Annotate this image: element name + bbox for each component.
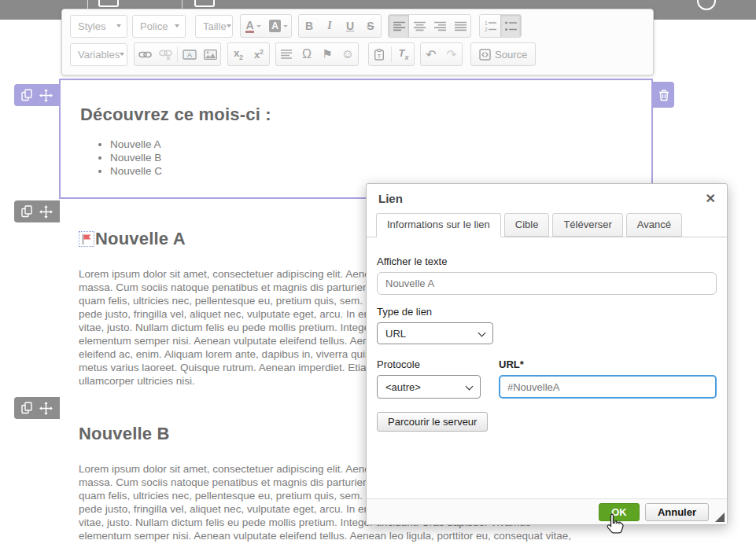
paste-text-button[interactable]: T [369,43,389,65]
svg-text:T: T [378,53,382,60]
copy-icon[interactable] [21,89,33,101]
subscript-button[interactable]: x2 [228,43,249,65]
dialog-resize-handle[interactable] [715,513,725,522]
copy-icon[interactable] [21,402,33,414]
bold-icon: B [305,20,313,32]
dialog-tabs: Informations sur le lien Cible Téléverse… [367,211,727,237]
chevron-down-icon [116,24,121,28]
align-center-icon [414,21,426,31]
news-list: Nouvelle A Nouvelle B Nouvelle C [110,138,651,178]
widget-handle[interactable] [14,397,60,419]
group-divider [177,46,178,62]
chevron-down-icon [283,25,288,28]
toolbar-row-1: Styles Police Taille A A B I U S [62,13,653,39]
boxed-a-icon: A [183,50,197,60]
tab-target[interactable]: Cible [504,213,550,237]
tab-upload[interactable]: Téléverser [552,213,622,237]
bold-button[interactable]: B [299,15,319,37]
paste-group: T Tx [368,42,415,66]
subscript-icon: x2 [234,47,243,61]
superscript-icon: x2 [254,48,264,61]
text-color-button[interactable]: A [241,15,266,37]
align-justify-button[interactable] [450,15,470,37]
svg-text:1: 1 [485,21,488,26]
special-char-button[interactable]: Ω [297,43,317,65]
redo-button[interactable]: ↷ [441,43,462,65]
underline-icon: U [346,20,354,32]
variables-combo[interactable]: Variables [70,43,127,66]
link-type-select[interactable]: URL [377,322,493,344]
toolbar-row-2: Variables A x2 x2 [62,41,653,68]
tab-advanced[interactable]: Avancé [626,213,682,237]
underline-button[interactable]: U [340,15,360,37]
chevron-down-icon [227,24,231,28]
link-icon [138,50,152,59]
close-icon[interactable]: ✕ [706,191,716,206]
smiley-icon: ☺ [341,47,354,61]
basicstyles-group: B I U S [298,14,382,38]
superscript-button[interactable]: x2 [249,43,269,65]
align-left-button[interactable] [389,15,409,37]
source-icon [479,49,491,61]
image-button[interactable] [200,43,220,65]
font-combo[interactable]: Police [132,15,186,38]
align-center-button[interactable] [409,15,430,37]
link-type-label: Type de lien [377,306,717,318]
unlink-button[interactable] [155,43,175,65]
subsup-group: x2 x2 [227,42,270,66]
smiley-button[interactable]: ☺ [337,43,358,65]
source-button[interactable]: Source [470,42,536,66]
anchor-marker[interactable] [79,231,94,247]
selected-widget-block[interactable]: Découvrez ce mois-ci : Nouvelle A Nouvel… [59,79,653,199]
color-group: A A [240,14,292,38]
size-combo[interactable]: Taille [195,15,233,38]
italic-button[interactable]: I [319,15,340,37]
align-left-icon [393,21,405,31]
italic-icon: I [327,20,331,32]
placeholder-button[interactable]: A [179,43,200,65]
protocol-select[interactable]: <autre> [377,375,481,399]
svg-text:A: A [187,51,192,59]
styles-combo[interactable]: Styles [70,15,127,38]
list-item[interactable]: Nouvelle C [110,164,651,178]
remove-format-icon: Tx [399,47,409,61]
align-right-button[interactable] [430,15,450,37]
bg-color-icon: A [269,20,281,32]
link-button[interactable] [135,43,155,65]
remove-format-button[interactable]: Tx [393,43,414,65]
horizontal-rule-button[interactable] [276,43,297,65]
tab-link-info[interactable]: Informations sur le lien [376,213,501,237]
widget-handle[interactable] [14,200,60,222]
align-group [388,14,471,38]
url-label: URL* [499,358,717,370]
horizontal-rule-icon [281,50,292,59]
move-icon[interactable] [39,89,53,102]
omega-icon: Ω [302,47,312,61]
undo-button[interactable]: ↶ [421,43,441,65]
display-text-input[interactable] [377,272,717,295]
delete-block-button[interactable] [653,82,674,108]
list-item[interactable]: Nouvelle A [110,138,651,151]
widget-handle-selected[interactable] [14,84,60,106]
link-type-value: URL [385,328,406,340]
mouse-cursor-hand [604,513,625,541]
strikethrough-button[interactable]: S [360,15,381,37]
editor-toolbar: Styles Police Taille A A B I U S [61,9,654,75]
copy-icon[interactable] [21,205,33,218]
chevron-down-icon [175,24,179,28]
list-item[interactable]: Nouvelle B [110,151,651,164]
display-text-label: Afficher le texte [377,255,717,267]
move-icon[interactable] [39,205,53,219]
url-input[interactable] [499,375,717,399]
cancel-button[interactable]: Annuler [645,503,709,521]
anchor-button[interactable]: ⚑ [317,43,337,65]
bg-color-button[interactable]: A [266,15,291,37]
numbered-list-button[interactable]: 12 [480,15,500,37]
browse-server-button[interactable]: Parcourir le serveur [377,412,488,432]
bullet-list-button[interactable] [500,15,521,37]
move-icon[interactable] [39,402,53,415]
image-icon [204,50,217,60]
undo-icon: ↶ [426,47,436,62]
link-group: A [134,42,221,66]
dialog-titlebar[interactable]: Lien ✕ [367,184,727,208]
